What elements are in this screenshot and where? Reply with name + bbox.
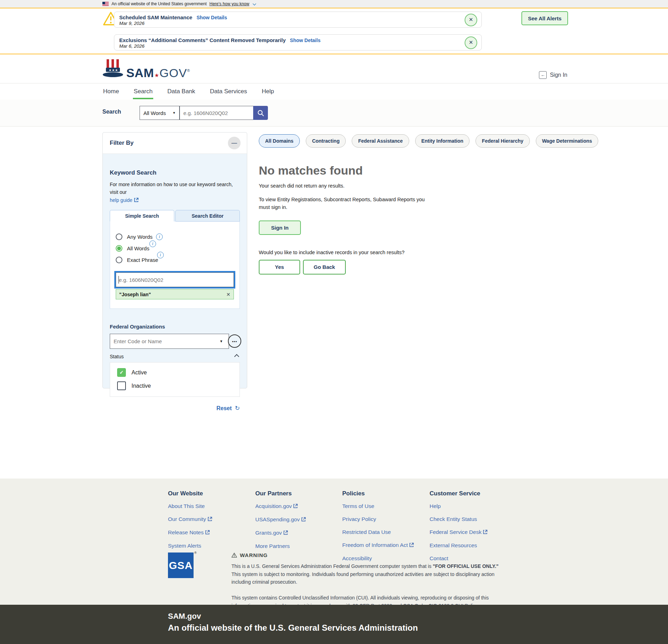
footer-link-foia[interactable]: Freedom of Information Act — [342, 542, 425, 549]
search-mode-select[interactable]: All Words ▼ — [140, 106, 180, 120]
footer-heading: Our Partners — [255, 490, 338, 497]
info-icon[interactable]: i — [149, 240, 156, 247]
status-active-label: Active — [131, 370, 147, 376]
reset-refresh-icon[interactable]: ↻ — [235, 405, 240, 412]
alert-close-button[interactable]: ✕ — [465, 14, 477, 26]
search-submit-button[interactable] — [253, 106, 268, 120]
reset-link[interactable]: Reset — [216, 405, 232, 412]
keyword-search-input[interactable] — [116, 272, 234, 287]
footer-link-system-alerts[interactable]: System Alerts — [168, 543, 250, 549]
footer-link-privacy-policy[interactable]: Privacy Policy — [342, 516, 425, 522]
main-nav: Home Search Data Bank Data Services Help — [0, 83, 668, 100]
logo-star-icon: ★ — [154, 72, 159, 79]
footer-link-external-resources[interactable]: External Resources — [430, 542, 512, 549]
gov-banner-how-link[interactable]: Here's how you know — [209, 1, 249, 6]
gsa-logo: GSA — [168, 553, 194, 578]
alert-close-button[interactable]: ✕ — [465, 36, 477, 49]
help-guide-link[interactable]: help guide — [110, 197, 133, 203]
pill-federal-hierarchy[interactable]: Federal Hierarchy — [475, 134, 529, 148]
footer-heading: Customer Service — [430, 490, 512, 497]
footer-link-grants-gov[interactable]: Grants.gov — [255, 530, 338, 536]
sign-in-button[interactable]: Sign In — [259, 221, 301, 235]
collapse-panel-button[interactable]: — — [228, 137, 241, 149]
warning-icon — [231, 553, 237, 558]
federal-organizations-heading: Federal Organizations — [110, 324, 240, 330]
footer-link-about-this-site[interactable]: About This Site — [168, 503, 250, 509]
external-link-icon — [483, 529, 487, 536]
footer-link-check-entity-status[interactable]: Check Entity Status — [430, 516, 512, 522]
pill-federal-assistance[interactable]: Federal Assistance — [352, 134, 409, 148]
alert-card: Exclusions “Additional Comments” Content… — [114, 34, 482, 50]
svg-text:★: ★ — [115, 68, 118, 72]
nav-item-data-bank[interactable]: Data Bank — [167, 84, 196, 99]
footer-column-our-partners: Our Partners Acquisition.gov USASpending… — [255, 490, 338, 556]
logo-gov-text: GOV — [160, 67, 187, 79]
pill-contracting[interactable]: Contracting — [306, 134, 346, 148]
footer-link-more-partners[interactable]: More Partners — [255, 543, 338, 549]
info-icon[interactable]: i — [156, 233, 163, 240]
keyword-chip: "Joseph lian" ✕ — [116, 289, 234, 299]
footer-link-our-community[interactable]: Our Community — [168, 516, 250, 523]
checkbox-checked-icon[interactable]: ✓ — [117, 368, 126, 377]
domain-filter-pills: All Domains Contracting Federal Assistan… — [259, 134, 602, 148]
logo-registered-mark: ® — [187, 68, 190, 73]
see-all-alerts-button[interactable]: See All Alerts — [521, 11, 568, 25]
filter-panel: Filter By — Keyword Search For more info… — [102, 132, 247, 388]
sam-gov-logo[interactable]: ★★★ SAM ★ GOV ® — [102, 59, 190, 79]
external-link-icon — [205, 530, 210, 536]
external-link-icon — [208, 516, 212, 523]
search-mode-value: All Words — [143, 110, 166, 116]
footer-link-restricted-data-use[interactable]: Restricted Data Use — [342, 529, 425, 535]
pill-entity-information[interactable]: Entity Information — [415, 134, 470, 148]
go-back-button[interactable]: Go Back — [303, 260, 346, 274]
simple-search-card: Any Words i All Words i Exact Phrase i "… — [110, 222, 240, 309]
status-card: ✓ Active Inactive — [110, 362, 240, 397]
radio-all-words[interactable] — [116, 245, 122, 252]
alert-date: Mar 9, 2026 — [119, 21, 144, 26]
radio-exact-phrase[interactable] — [116, 257, 122, 263]
footer-link-release-notes[interactable]: Release Notes — [168, 529, 250, 536]
footer-link-help[interactable]: Help — [430, 503, 512, 509]
status-option-active[interactable]: ✓ Active — [117, 368, 232, 377]
status-heading: Status — [110, 354, 124, 359]
warning-title: WARNING — [240, 552, 268, 558]
tab-simple-search[interactable]: Simple Search — [110, 210, 174, 222]
global-search-input[interactable] — [180, 106, 253, 120]
footer-link-usaspending-gov[interactable]: USASpending.gov — [255, 516, 338, 523]
nav-item-search[interactable]: Search — [133, 84, 153, 99]
footer-column-our-website: Our Website About This Site Our Communit… — [168, 490, 250, 556]
external-link-icon — [293, 503, 298, 510]
pill-wage-determinations[interactable]: Wage Determinations — [536, 134, 599, 148]
pill-all-domains[interactable]: All Domains — [259, 134, 300, 148]
footer-link-federal-service-desk[interactable]: Federal Service Desk — [430, 529, 512, 536]
tab-search-editor[interactable]: Search Editor — [175, 210, 240, 222]
footer-link-acquisition-gov[interactable]: Acquisition.gov — [255, 503, 338, 510]
checkbox-unchecked-icon[interactable] — [117, 381, 126, 390]
chip-remove-icon[interactable]: ✕ — [226, 292, 230, 297]
sign-in-label: Sign In — [550, 72, 567, 78]
uncle-sam-hat-icon: ★★★ — [102, 59, 124, 79]
alert-date: Mar 6, 2026 — [119, 43, 144, 49]
alert-show-details-link[interactable]: Show Details — [290, 38, 320, 43]
alert-card: Scheduled SAM Maintenance Show Details M… — [114, 12, 482, 28]
footer-link-terms-of-use[interactable]: Terms of Use — [342, 503, 425, 509]
logo-sam-text: SAM — [126, 67, 154, 79]
sign-in-required-text: To view Entity Registrations, Subcontrac… — [259, 196, 436, 211]
alert-show-details-link[interactable]: Show Details — [196, 15, 227, 20]
federal-org-input[interactable] — [110, 334, 229, 349]
external-link-icon — [301, 517, 306, 523]
radio-any-words[interactable] — [116, 233, 122, 240]
nav-item-data-services[interactable]: Data Services — [209, 84, 248, 99]
yes-button[interactable]: Yes — [259, 260, 300, 274]
nav-item-help[interactable]: Help — [261, 84, 275, 99]
header-sign-in-link[interactable]: ← Sign In — [539, 71, 567, 79]
external-link-icon — [283, 530, 288, 536]
chevron-up-icon[interactable] — [234, 354, 239, 359]
radio-exact-phrase-label: Exact Phrase — [127, 257, 158, 263]
status-option-inactive[interactable]: Inactive — [117, 381, 232, 390]
nav-item-home[interactable]: Home — [102, 84, 120, 99]
sign-in-icon: ← — [539, 71, 547, 79]
info-icon[interactable]: i — [157, 252, 164, 258]
svg-text:★: ★ — [109, 68, 112, 72]
more-options-button[interactable]: ••• — [228, 334, 241, 348]
